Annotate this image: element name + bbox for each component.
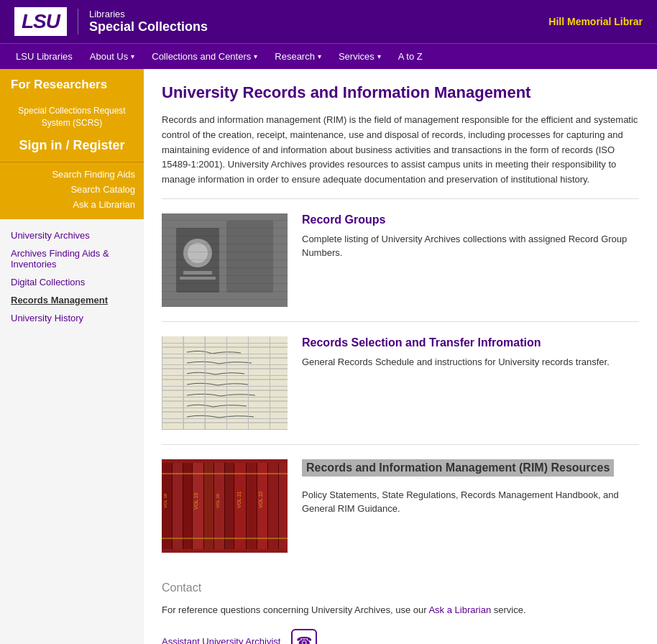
card-rim-resources: VOL 18 VOL 19 VOL 20 VOL 21 VOL 22 Recor… xyxy=(162,444,639,567)
svg-rect-20 xyxy=(172,463,173,549)
intro-text: Records and information management (RIM)… xyxy=(162,113,639,188)
sidebar-item-university-history[interactable]: University History xyxy=(0,309,144,327)
chevron-down-icon: ▾ xyxy=(318,52,321,60)
records-transfer-title: Records Selection and Transfer Infromati… xyxy=(302,336,610,349)
svg-rect-0 xyxy=(162,213,288,307)
libraries-label: Libraries xyxy=(89,9,208,19)
nav-research[interactable]: Research ▾ xyxy=(266,44,330,69)
svg-rect-2 xyxy=(226,221,273,293)
main-container: For Researchers Special Collections Requ… xyxy=(0,69,657,644)
record-groups-image xyxy=(162,213,288,307)
chevron-down-icon: ▾ xyxy=(377,52,381,60)
archivist-role: Assistant University Archivist xyxy=(162,636,280,644)
svg-text:VOL 21: VOL 21 xyxy=(236,491,242,508)
nav-about-us[interactable]: About Us ▾ xyxy=(81,44,143,69)
svg-rect-39 xyxy=(268,463,278,549)
phone-icon: ☎ xyxy=(291,629,317,644)
svg-rect-7 xyxy=(162,336,288,430)
special-collections-label: Special Collections xyxy=(89,19,208,34)
lsu-logo: LSU xyxy=(14,7,67,36)
search-catalog-link[interactable]: Search Catalog xyxy=(0,182,144,197)
svg-rect-22 xyxy=(183,463,183,549)
records-transfer-image xyxy=(162,336,288,430)
contact-section: Contact For reference questions concerni… xyxy=(162,567,639,644)
svg-rect-1 xyxy=(176,228,219,293)
svg-rect-26 xyxy=(203,463,204,549)
ask-librarian-link[interactable]: Ask a Librarian xyxy=(0,197,144,212)
svg-rect-27 xyxy=(204,463,213,549)
svg-rect-32 xyxy=(234,463,234,549)
sidebar-quick-links: Search Finding Aids Search Catalog Ask a… xyxy=(0,162,144,219)
records-transfer-body: Records Selection and Transfer Infromati… xyxy=(302,336,610,380)
sidebar-signin[interactable]: Sign in / Register xyxy=(0,134,144,162)
svg-rect-35 xyxy=(247,463,257,549)
svg-rect-30 xyxy=(224,463,225,549)
svg-point-3 xyxy=(183,239,212,267)
svg-rect-5 xyxy=(183,271,212,275)
main-content: University Records and Information Manag… xyxy=(144,69,657,644)
chevron-down-icon: ▾ xyxy=(131,52,134,60)
chevron-down-icon: ▾ xyxy=(254,52,257,60)
nav-collections-centers[interactable]: Collections and Centers ▾ xyxy=(143,44,266,69)
svg-rect-28 xyxy=(213,463,214,549)
svg-text:VOL 20: VOL 20 xyxy=(216,493,220,508)
card-records-transfer: Records Selection and Transfer Infromati… xyxy=(162,321,639,444)
svg-rect-23 xyxy=(183,463,192,549)
sidebar-item-digital-collections[interactable]: Digital Collections xyxy=(0,273,144,291)
sidebar-scrs-label: Special Collections Request System (SCRS… xyxy=(0,101,144,134)
nav-services[interactable]: Services ▾ xyxy=(330,44,390,69)
page-title: University Records and Information Manag… xyxy=(162,83,639,102)
svg-rect-36 xyxy=(257,463,257,549)
sidebar-header: For Researchers xyxy=(0,69,144,101)
svg-rect-31 xyxy=(225,463,234,549)
sidebar: For Researchers Special Collections Requ… xyxy=(0,69,144,644)
svg-rect-24 xyxy=(192,463,193,549)
site-header: LSU Libraries Special Collections Hill M… xyxy=(0,0,657,43)
sidebar-nav: University Archives Archives Finding Aid… xyxy=(0,219,144,334)
nav-atoz[interactable]: A to Z xyxy=(390,44,431,69)
svg-rect-38 xyxy=(267,463,268,549)
nav-lsu-libraries[interactable]: LSU Libraries xyxy=(7,44,81,69)
rim-resources-image: VOL 18 VOL 19 VOL 20 VOL 21 VOL 22 xyxy=(162,459,288,553)
header-text: Libraries Special Collections xyxy=(78,9,208,34)
sidebar-item-records-management[interactable]: Records Management xyxy=(0,291,144,309)
location-label: Hill Memorial Librar xyxy=(548,16,643,27)
svg-text:VOL 19: VOL 19 xyxy=(193,492,198,510)
sidebar-item-finding-aids[interactable]: Archives Finding Aids & Inventories xyxy=(0,244,144,273)
sidebar-item-university-archives[interactable]: University Archives xyxy=(0,226,144,244)
main-nav: LSU Libraries About Us ▾ Collections and… xyxy=(0,43,657,69)
records-transfer-desc: General Records Schedule and instruction… xyxy=(302,355,610,369)
ask-librarian-contact-link[interactable]: Ask a Librarian xyxy=(428,604,491,615)
contact-heading: Contact xyxy=(162,581,639,594)
search-finding-aids-link[interactable]: Search Finding Aids xyxy=(0,167,144,182)
svg-point-4 xyxy=(188,243,208,263)
svg-rect-41 xyxy=(279,463,288,549)
record-groups-title: Record Groups xyxy=(302,213,639,226)
rim-resources-body: Records and Information Management (RIM)… xyxy=(302,459,639,527)
record-groups-desc: Complete listing of University Archives … xyxy=(302,232,639,260)
svg-text:VOL 18: VOL 18 xyxy=(163,493,167,508)
header-brand: LSU Libraries Special Collections xyxy=(14,7,208,36)
record-groups-body: Record Groups Complete listing of Univer… xyxy=(302,213,639,271)
svg-rect-34 xyxy=(246,463,247,549)
rim-resources-desc: Policy Statements, State Regulations, Re… xyxy=(302,488,639,516)
svg-rect-21 xyxy=(173,463,183,549)
svg-rect-6 xyxy=(180,277,216,280)
contact-row: Assistant University Archivist ☎ xyxy=(162,629,639,644)
svg-text:VOL 22: VOL 22 xyxy=(258,491,263,508)
rim-resources-title: Records and Information Management (RIM)… xyxy=(302,459,614,477)
svg-rect-40 xyxy=(278,463,279,549)
contact-description: For reference questions concerning Unive… xyxy=(162,603,639,618)
card-record-groups: Record Groups Complete listing of Univer… xyxy=(162,198,639,321)
